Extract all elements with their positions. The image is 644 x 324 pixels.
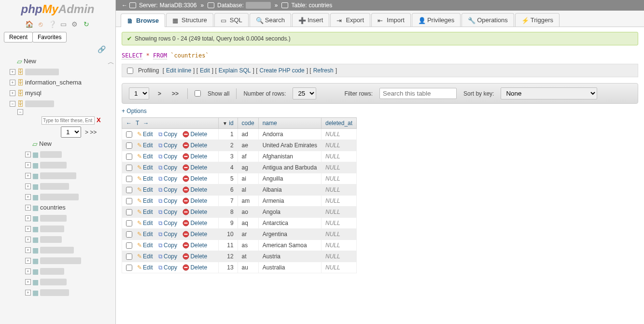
expand-icon[interactable]: + — [25, 162, 31, 168]
row-checkbox[interactable] — [126, 198, 132, 204]
profiling-checkbox[interactable] — [127, 68, 133, 74]
tree-tbl-7[interactable]: +▦ — [25, 225, 113, 233]
page-select[interactable]: 1 — [129, 87, 149, 99]
tree-tbl-10[interactable]: +▦ — [25, 256, 113, 265]
sort-key-select[interactable]: None — [501, 87, 597, 99]
delete-link[interactable]: Delete — [182, 131, 207, 138]
edit-link[interactable]: ✎Edit — [137, 175, 153, 182]
delete-link[interactable]: Delete — [182, 197, 207, 204]
arrow-left-icon[interactable]: ← — [126, 120, 132, 127]
show-all-checkbox[interactable] — [195, 90, 201, 97]
delete-link[interactable]: Delete — [182, 175, 207, 182]
copy-link[interactable]: ⧉Copy — [158, 186, 177, 193]
delete-link[interactable]: Delete — [182, 242, 207, 249]
edit-link[interactable]: ✎Edit — [137, 186, 153, 193]
row-checkbox[interactable] — [126, 165, 132, 171]
row-checkbox[interactable] — [126, 220, 132, 226]
edit-link[interactable]: ✎Edit — [137, 209, 153, 215]
filter-input[interactable] — [379, 88, 457, 99]
exit-icon[interactable]: ⎋ — [37, 20, 44, 28]
tree-tbl-4[interactable]: +▦ — [25, 182, 113, 191]
row-checkbox[interactable] — [126, 131, 132, 138]
edit-link[interactable]: ✎Edit — [137, 197, 153, 204]
tree-page-nav[interactable]: > >> — [85, 128, 97, 137]
tree-sub-new[interactable]: ▱New — [25, 140, 113, 148]
expand-icon[interactable]: + — [25, 183, 31, 189]
gear-icon[interactable]: ⚙ — [71, 20, 79, 28]
delete-link[interactable]: Delete — [182, 253, 207, 260]
row-checkbox[interactable] — [126, 154, 132, 160]
expand-icon[interactable]: + — [25, 247, 31, 253]
tree-tbl-9[interactable]: +▦ — [25, 246, 113, 254]
edit-link[interactable]: ✎Edit — [137, 231, 153, 238]
edit-link[interactable]: ✎Edit — [137, 164, 153, 171]
tree-filter-input[interactable] — [42, 116, 95, 125]
docs-icon[interactable]: ❔ — [48, 20, 56, 28]
delete-link[interactable]: Delete — [182, 164, 207, 171]
row-checkbox[interactable] — [126, 265, 132, 271]
tab-operations[interactable]: 🔧Operations — [462, 13, 514, 27]
copy-link[interactable]: ⧉Copy — [158, 131, 177, 138]
tab-sql[interactable]: ▭SQL — [214, 13, 249, 27]
delete-link[interactable]: Delete — [182, 231, 207, 238]
tab-import[interactable]: ⇤Import — [371, 13, 411, 27]
last-page-button[interactable]: >> — [170, 90, 181, 97]
row-checkbox[interactable] — [126, 231, 132, 238]
tab-privileges[interactable]: 👤Privileges — [412, 13, 461, 27]
delete-link[interactable]: Delete — [182, 142, 207, 149]
tree-tbl-2[interactable]: +▦ — [25, 161, 113, 169]
delete-link[interactable]: Delete — [182, 264, 207, 271]
expand-icon[interactable]: + — [25, 279, 31, 285]
refresh-link[interactable]: Refresh — [313, 67, 334, 74]
edit-link[interactable]: ✎Edit — [137, 264, 153, 271]
expand-icon[interactable]: + — [25, 237, 31, 242]
copy-link[interactable]: ⧉Copy — [158, 242, 177, 249]
tree-tbl-6[interactable]: +▦ — [25, 214, 113, 223]
copy-link[interactable]: ⧉Copy — [158, 175, 177, 182]
tab-export[interactable]: ⇥Export — [330, 13, 370, 27]
edit-link[interactable]: ✎Edit — [137, 153, 153, 160]
rows-select[interactable]: 25 — [293, 87, 316, 99]
copy-link[interactable]: ⧉Copy — [158, 197, 177, 204]
edit-inline-link[interactable]: Edit inline — [166, 67, 191, 74]
tree-tbl-11[interactable]: +▦ — [25, 267, 113, 276]
logo[interactable]: phpMyAdmin — [0, 0, 115, 18]
sql-icon[interactable]: ▭ — [59, 20, 67, 28]
edit-link[interactable]: ✎Edit — [137, 220, 153, 226]
tree-tbl-5[interactable]: +▦ — [25, 193, 113, 201]
delete-link[interactable]: Delete — [182, 220, 207, 226]
next-page-button[interactable]: > — [156, 90, 163, 97]
tree-new[interactable]: ▱New — [10, 57, 113, 66]
edit-link[interactable]: ✎Edit — [137, 142, 153, 149]
tab-search[interactable]: 🔍Search — [250, 13, 291, 27]
col-deleted-at-header[interactable]: deleted_at — [322, 118, 357, 129]
row-checkbox[interactable] — [126, 187, 132, 193]
tab-structure[interactable]: ▦Structure — [166, 13, 213, 27]
collapse-icon[interactable]: − — [10, 101, 15, 107]
tree-tbl-1[interactable]: +▦ — [25, 150, 113, 159]
expand-icon[interactable]: + — [25, 268, 31, 274]
explain-link[interactable]: Explain SQL — [219, 67, 251, 74]
bc-database-link[interactable]: xxxx — [246, 2, 271, 9]
options-toggle[interactable]: + Options — [122, 108, 638, 114]
expand-icon[interactable]: + — [25, 290, 31, 296]
delete-link[interactable]: Delete — [182, 153, 207, 160]
edit-link[interactable]: Edit — [200, 67, 210, 74]
tab-insert[interactable]: ➕Insert — [292, 13, 330, 27]
tree-tbl-8[interactable]: +▦ — [25, 235, 113, 244]
tree-tbl-12[interactable]: +▦ — [25, 278, 113, 286]
text-mode-icon[interactable]: T — [136, 120, 139, 127]
delete-link[interactable]: Delete — [182, 186, 207, 193]
tree-tbl-13[interactable]: +▦ — [25, 288, 113, 297]
expand-icon[interactable]: + — [25, 258, 31, 264]
reload-icon[interactable]: ↻ — [83, 20, 90, 28]
expand-icon[interactable]: + — [10, 90, 15, 96]
edit-link[interactable]: ✎Edit — [137, 253, 153, 260]
home-icon[interactable]: 🏠 — [25, 20, 33, 28]
col-code-header[interactable]: code — [238, 118, 258, 129]
bc-server-link[interactable]: MariaDB:3306 — [160, 2, 197, 9]
copy-link[interactable]: ⧉Copy — [158, 153, 177, 160]
row-checkbox[interactable] — [126, 242, 132, 249]
edit-link[interactable]: ✎Edit — [137, 131, 153, 138]
tree-tbl-countries[interactable]: +▦countries — [25, 203, 113, 212]
